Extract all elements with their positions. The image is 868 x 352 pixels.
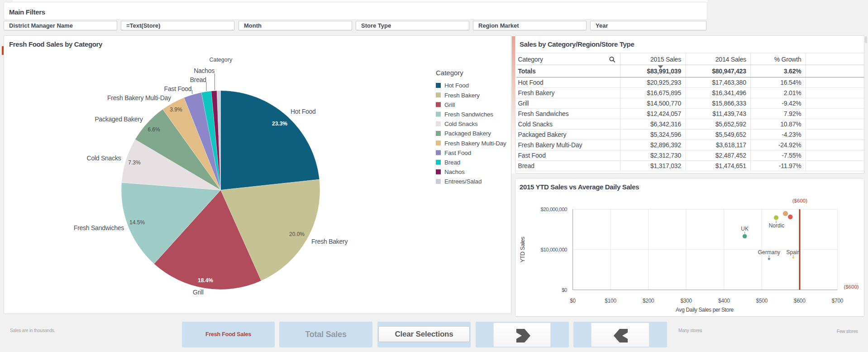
svg-text:$11,439,743: $11,439,743: [712, 110, 746, 117]
svg-text:2015 Sales: 2015 Sales: [650, 56, 681, 63]
svg-text:Fresh Bakery Multi-Day: Fresh Bakery Multi-Day: [107, 94, 171, 101]
svg-text:$100: $100: [605, 298, 616, 304]
svg-text:$16,675,895: $16,675,895: [647, 89, 681, 96]
svg-text:$2,312,730: $2,312,730: [650, 152, 681, 159]
svg-text:$300: $300: [680, 298, 692, 304]
svg-text:Hot Food: Hot Food: [444, 82, 469, 89]
svg-text:Nachos: Nachos: [444, 169, 465, 175]
svg-text:Spain: Spain: [786, 249, 800, 256]
svg-text:$600: $600: [794, 298, 806, 304]
svg-text:($600): ($600): [792, 198, 807, 203]
svg-text:$5,652,592: $5,652,592: [715, 121, 746, 128]
svg-text:Fast Food: Fast Food: [164, 85, 192, 92]
svg-text:2.01%: 2.01%: [784, 89, 801, 96]
svg-text:Fresh Bakery Multi-Day: Fresh Bakery Multi-Day: [518, 141, 582, 149]
svg-text:-9.42%: -9.42%: [782, 100, 801, 107]
svg-text:Grill: Grill: [518, 100, 529, 107]
svg-text:$0: $0: [562, 287, 567, 293]
svg-text:% Growth: % Growth: [774, 56, 801, 63]
svg-text:Fresh Sandwiches: Fresh Sandwiches: [74, 224, 124, 231]
svg-text:$14,500,770: $14,500,770: [647, 100, 681, 107]
svg-text:Bread: Bread: [190, 76, 206, 83]
svg-text:Nordic: Nordic: [769, 222, 785, 229]
svg-text:Cold Snacks: Cold Snacks: [518, 121, 553, 128]
svg-text:Fresh Sandwiches: Fresh Sandwiches: [518, 110, 569, 117]
svg-text:-11.97%: -11.97%: [779, 162, 801, 169]
svg-text:Germany: Germany: [758, 249, 780, 256]
svg-text:$500: $500: [756, 298, 768, 304]
svg-text:$2,487,452: $2,487,452: [715, 152, 746, 159]
svg-text:$1,317,032: $1,317,032: [650, 162, 681, 169]
svg-text:Packaged Bakery: Packaged Bakery: [95, 116, 143, 123]
svg-text:$12,424,057: $12,424,057: [647, 110, 681, 117]
svg-text:Category: Category: [209, 57, 232, 63]
svg-text:Category: Category: [518, 56, 543, 63]
svg-text:3.62%: 3.62%: [784, 68, 801, 75]
svg-text:$20,000,000: $20,000,000: [541, 207, 568, 212]
svg-text:$0: $0: [570, 298, 576, 304]
svg-text:$20,925,293: $20,925,293: [647, 79, 681, 86]
svg-text:14.5%: 14.5%: [129, 219, 145, 226]
svg-text:Hot Food: Hot Food: [518, 79, 544, 86]
svg-text:16.54%: 16.54%: [780, 79, 801, 86]
svg-text:$15,866,333: $15,866,333: [712, 100, 746, 107]
svg-text:Entrees/Salad: Entrees/Salad: [444, 178, 482, 185]
svg-text:Fast Food: Fast Food: [444, 149, 471, 156]
svg-text:Fresh Bakery: Fresh Bakery: [311, 238, 348, 245]
svg-text:2014 Sales: 2014 Sales: [715, 56, 746, 63]
svg-text:Grill: Grill: [444, 101, 455, 108]
svg-text:YTD Sales: YTD Sales: [520, 236, 526, 262]
svg-text:$83,991,039: $83,991,039: [647, 68, 681, 75]
svg-text:$80,947,423: $80,947,423: [712, 68, 746, 75]
svg-text:Nachos: Nachos: [194, 67, 215, 74]
svg-text:Packaged Bakery: Packaged Bakery: [518, 131, 567, 138]
svg-text:Fresh Bakery: Fresh Bakery: [444, 92, 480, 99]
svg-text:-24.92%: -24.92%: [778, 141, 801, 149]
svg-text:Fresh Sandwiches: Fresh Sandwiches: [444, 111, 493, 118]
svg-text:Category: Category: [436, 69, 463, 77]
svg-text:23.3%: 23.3%: [272, 121, 287, 127]
svg-text:20.0%: 20.0%: [289, 231, 305, 237]
svg-text:Bread: Bread: [518, 162, 534, 169]
svg-text:Cold Snacks: Cold Snacks: [87, 154, 121, 162]
svg-text:$200: $200: [643, 298, 654, 304]
svg-text:Cold Snacks: Cold Snacks: [444, 121, 478, 127]
svg-text:3.9%: 3.9%: [170, 106, 182, 113]
svg-text:-7.55%: -7.55%: [782, 152, 801, 159]
svg-text:$6,342,316: $6,342,316: [650, 121, 681, 128]
svg-text:Fresh Bakery Multi-Day: Fresh Bakery Multi-Day: [444, 140, 506, 147]
svg-text:$10,000,000: $10,000,000: [541, 247, 568, 252]
svg-text:$3,618,117: $3,618,117: [716, 141, 746, 149]
svg-text:$2,896,392: $2,896,392: [650, 141, 681, 149]
svg-text:$5,549,652: $5,549,652: [715, 131, 746, 138]
svg-text:Fresh Bakery: Fresh Bakery: [518, 89, 555, 96]
svg-text:$700: $700: [832, 298, 844, 304]
svg-text:Hot Food: Hot Food: [291, 108, 316, 115]
svg-text:18.4%: 18.4%: [198, 277, 213, 284]
svg-text:-4.23%: -4.23%: [782, 131, 801, 138]
svg-text:6.6%: 6.6%: [148, 126, 160, 133]
svg-text:Fast Food: Fast Food: [518, 152, 546, 159]
svg-text:$5,324,596: $5,324,596: [650, 131, 681, 138]
svg-text:Avg Daily Sales per Store: Avg Daily Sales per Store: [676, 307, 734, 313]
svg-text:Packaged Bakery: Packaged Bakery: [444, 130, 491, 137]
svg-text:$400: $400: [718, 298, 730, 304]
svg-text:10.87%: 10.87%: [780, 121, 801, 128]
svg-text:7.3%: 7.3%: [128, 159, 141, 166]
svg-text:Bread: Bread: [444, 159, 460, 166]
svg-text:Totals: Totals: [518, 68, 536, 75]
svg-text:$17,463,380: $17,463,380: [712, 79, 746, 86]
svg-text:($600): ($600): [844, 284, 858, 289]
svg-text:UK: UK: [741, 226, 749, 232]
svg-text:$1,474,651: $1,474,651: [715, 162, 746, 169]
svg-text:Grill: Grill: [193, 289, 204, 296]
svg-text:7.92%: 7.92%: [784, 110, 801, 117]
svg-text:$16,341,496: $16,341,496: [712, 89, 746, 96]
